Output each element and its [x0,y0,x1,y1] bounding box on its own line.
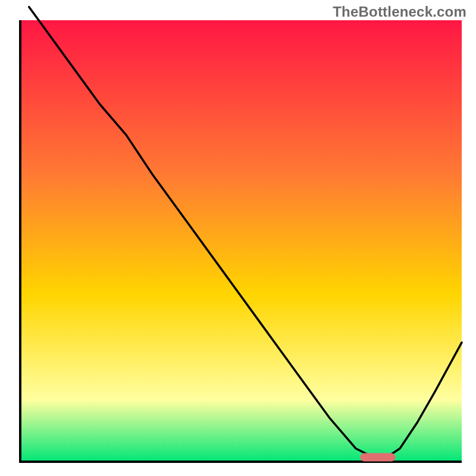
bottleneck-chart [0,0,476,476]
optimal-marker [360,453,395,462]
